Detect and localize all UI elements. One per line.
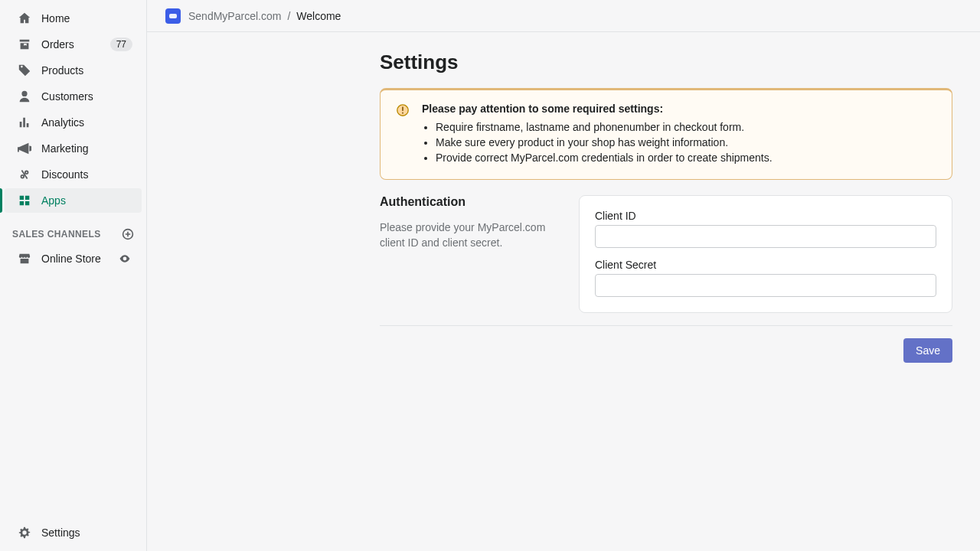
sidebar-item-label: Settings: [41, 527, 132, 539]
orders-badge: 77: [110, 37, 132, 51]
authentication-card: Client ID Client Secret: [579, 195, 952, 313]
sidebar-item-label: Marketing: [41, 142, 132, 155]
add-channel-icon[interactable]: [120, 227, 136, 242]
alert-icon: [396, 103, 410, 117]
sidebar-item-label: Customers: [41, 90, 132, 103]
sidebar-item-label: Products: [41, 64, 132, 77]
analytics-icon: [17, 115, 32, 130]
sidebar-item-analytics[interactable]: Analytics: [5, 110, 142, 135]
app-logo-icon: [165, 8, 181, 24]
breadcrumb-page: Welcome: [296, 10, 341, 22]
banner-list: Require firstname, lastname and phonenum…: [422, 121, 936, 164]
authentication-section: Authentication Please provide your MyPar…: [380, 195, 952, 326]
view-store-icon[interactable]: [117, 251, 132, 266]
sidebar-item-label: Discounts: [41, 168, 132, 181]
apps-icon: [17, 193, 32, 208]
banner-heading: Please pay attention to some required se…: [422, 103, 936, 115]
orders-icon: [17, 37, 32, 52]
sidebar: Home Orders 77 Products Customers: [0, 0, 147, 551]
sidebar-item-online-store[interactable]: Online Store: [5, 246, 142, 271]
customers-icon: [17, 89, 32, 104]
discounts-icon: [17, 167, 32, 182]
client-secret-input[interactable]: [595, 274, 936, 297]
sidebar-item-label: Online Store: [41, 253, 117, 265]
banner-list-item: Make sure every product in your shop has…: [436, 136, 936, 148]
client-id-label: Client ID: [595, 210, 936, 222]
sidebar-item-label: Analytics: [41, 116, 132, 129]
breadcrumb: SendMyParcel.com / Welcome: [147, 0, 980, 32]
banner-list-item: Provide correct MyParcel.com credentials…: [436, 152, 936, 164]
gear-icon: [17, 525, 32, 540]
sidebar-item-discounts[interactable]: Discounts: [5, 162, 142, 187]
svg-rect-2: [402, 107, 403, 111]
breadcrumb-app[interactable]: SendMyParcel.com: [188, 10, 281, 22]
form-actions: Save: [380, 338, 952, 363]
breadcrumb-separator: /: [287, 10, 290, 22]
sidebar-item-settings[interactable]: Settings: [5, 520, 142, 545]
home-icon: [17, 11, 32, 26]
sales-channels-header: SALES CHANNELS: [0, 214, 146, 246]
section-header-label: SALES CHANNELS: [12, 229, 101, 240]
products-icon: [17, 63, 32, 78]
client-id-input[interactable]: [595, 225, 936, 248]
warning-banner: Please pay attention to some required se…: [380, 88, 952, 180]
page-title: Settings: [380, 51, 952, 74]
sidebar-item-products[interactable]: Products: [5, 58, 142, 83]
sidebar-item-home[interactable]: Home: [5, 6, 142, 31]
store-icon: [17, 251, 32, 266]
banner-list-item: Require firstname, lastname and phonenum…: [436, 121, 936, 133]
main: SendMyParcel.com / Welcome Settings Plea…: [147, 0, 980, 551]
sidebar-item-marketing[interactable]: Marketing: [5, 136, 142, 161]
sidebar-item-label: Apps: [41, 194, 132, 207]
save-button[interactable]: Save: [903, 338, 952, 363]
sidebar-item-label: Orders: [41, 38, 110, 51]
svg-rect-3: [402, 112, 403, 114]
client-secret-label: Client Secret: [595, 259, 936, 271]
sidebar-item-customers[interactable]: Customers: [5, 84, 142, 109]
sidebar-item-orders[interactable]: Orders 77: [5, 32, 142, 57]
sidebar-item-apps[interactable]: Apps: [5, 188, 142, 213]
section-description: Please provide your MyParcel.com client …: [380, 220, 564, 251]
marketing-icon: [17, 141, 32, 156]
section-title: Authentication: [380, 195, 564, 209]
content: Settings Please pay attention to some re…: [147, 32, 980, 551]
sidebar-item-label: Home: [41, 12, 132, 24]
